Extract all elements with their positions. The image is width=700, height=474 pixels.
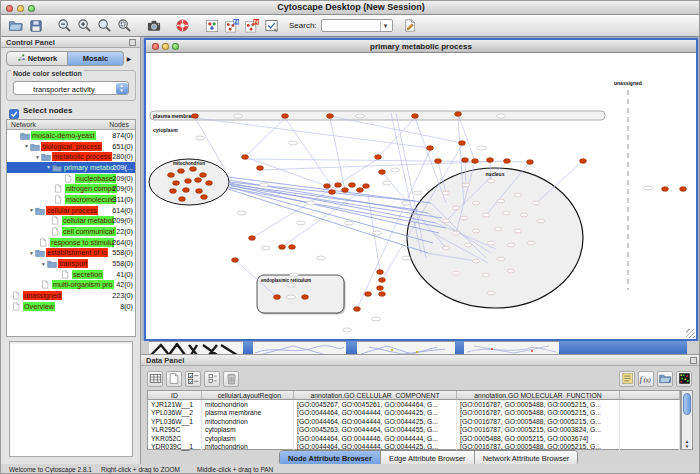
gene-node-small[interactable]	[402, 256, 411, 260]
tree-item-transport[interactable]: ▼transport558(0)	[7, 258, 135, 269]
gene-node[interactable]	[349, 183, 356, 188]
gene-node[interactable]	[527, 160, 534, 165]
zoom-selected-icon[interactable]	[96, 17, 113, 34]
background-window-border[interactable]	[346, 341, 357, 354]
resize-grip[interactable]	[686, 329, 695, 338]
gene-node[interactable]	[170, 189, 177, 194]
gene-node-small[interactable]	[497, 114, 506, 118]
tree-item-cellular-process[interactable]: ▼cellular process614(0)	[7, 205, 135, 216]
gene-node[interactable]	[379, 278, 386, 283]
column-header[interactable]: annotation.GO CELLULAR_COMPONENT	[294, 391, 457, 399]
gene-node[interactable]	[173, 181, 180, 186]
table-row[interactable]: YPL036W__1mitochondrion[GO:0044464, GO:0…	[148, 417, 680, 426]
new-attribute-icon[interactable]	[166, 371, 182, 387]
tree-item-nucleobase-[interactable]: nucleobase-209(0)	[7, 173, 135, 184]
attribute-table-header[interactable]: ID_cellularLayoutRegionannotation.GO CEL…	[148, 391, 680, 400]
formula-builder-icon[interactable]: f(x)	[638, 371, 654, 387]
tree-item-unassigned[interactable]: unassigned223(0)	[7, 290, 135, 301]
gene-node[interactable]	[289, 245, 296, 250]
app-titlebar[interactable]: Cytoscape Desktop (New Session)	[1, 1, 700, 15]
gene-node[interactable]	[274, 295, 281, 300]
network-modify-icon[interactable]	[223, 17, 240, 34]
gene-node-small[interactable]	[483, 273, 490, 277]
gene-node-small[interactable]	[373, 231, 382, 235]
gene-node[interactable]	[680, 187, 687, 192]
search-dropdown-arrow[interactable]: ▼	[380, 21, 391, 31]
network-canvas[interactable]: plasma membranecytoplasmmitochondrionnuc…	[146, 53, 696, 339]
select-attributes-icon[interactable]	[185, 371, 201, 387]
gene-node-small[interactable]	[414, 191, 423, 195]
tree-item-mosaic-demo-yeast[interactable]: mosaic-demo-yeast874(0)	[7, 130, 135, 141]
gene-node-small[interactable]	[538, 219, 545, 223]
vizmapper-icon[interactable]	[203, 17, 220, 34]
gene-node[interactable]	[379, 292, 386, 297]
gene-node-small[interactable]	[356, 114, 365, 118]
disclosure-arrow-icon[interactable]: ▼	[46, 164, 51, 170]
gene-node[interactable]	[201, 195, 208, 200]
gene-node[interactable]	[377, 270, 384, 275]
tree-item-biological-process[interactable]: ▼biological_process651(0)	[7, 141, 135, 152]
tree-item-cellular-metabol[interactable]: cellular metabol209(0)	[7, 216, 135, 227]
gene-node[interactable]	[662, 187, 669, 192]
delete-attribute-icon[interactable]	[223, 371, 239, 387]
column-header[interactable]: _cellularLayoutRegion	[202, 391, 294, 399]
network-edit-icon[interactable]	[243, 17, 260, 34]
disclosure-arrow-icon[interactable]: ▼	[35, 154, 40, 160]
column-header[interactable]: ID	[148, 391, 202, 399]
tree-item-overview[interactable]: Overview8(0)	[7, 301, 135, 312]
select-all-attributes-icon[interactable]	[147, 371, 163, 387]
gene-node-small[interactable]	[453, 271, 460, 275]
gene-node-small[interactable]	[443, 191, 450, 195]
column-header[interactable]: annotation.GO MOLECULAR_FUNCTION	[457, 391, 620, 399]
attribute-list-icon[interactable]	[619, 371, 635, 387]
tree-item-primary-metabo[interactable]: ▼primary metabo209(...	[7, 162, 135, 173]
network-graph[interactable]: plasma membranecytoplasmmitochondrionnuc…	[146, 53, 696, 339]
table-row[interactable]: YPL036W__2plasma membrane[GO:0044464, GO…	[148, 409, 680, 418]
gene-node[interactable]	[459, 141, 466, 146]
gene-node-small[interactable]	[238, 211, 247, 215]
network-tree-header[interactable]: Network Nodes	[7, 120, 135, 130]
gene-node[interactable]	[435, 159, 442, 164]
gene-node-small[interactable]	[508, 269, 515, 273]
gene-node[interactable]	[427, 146, 434, 151]
unselect-attributes-icon[interactable]	[204, 371, 220, 387]
gene-node[interactable]	[178, 169, 185, 174]
gene-node-small[interactable]	[391, 168, 400, 172]
edit-attributes-icon[interactable]	[402, 17, 419, 34]
gene-node[interactable]	[195, 178, 202, 183]
gene-node-small[interactable]	[234, 114, 243, 118]
tab-network-attribute-browser[interactable]: Network Attribute Browser	[475, 451, 578, 465]
gene-node-small[interactable]	[287, 283, 296, 287]
background-window-border[interactable]	[243, 341, 253, 354]
gene-node-small[interactable]	[287, 295, 296, 299]
gene-node-small[interactable]	[473, 229, 480, 233]
float-panel-icon[interactable]	[129, 39, 136, 46]
background-window-fragment[interactable]	[149, 341, 243, 354]
tab-mosaic[interactable]: Mosaic	[68, 51, 124, 66]
column-header[interactable]	[620, 391, 680, 399]
gene-node[interactable]	[206, 181, 213, 186]
table-scrollbar[interactable]: ▲▼	[681, 390, 693, 450]
gene-node-small[interactable]	[503, 211, 510, 215]
save-icon[interactable]	[27, 17, 44, 34]
gene-node-small[interactable]	[317, 256, 326, 260]
background-window-fragment[interactable]	[357, 341, 455, 354]
gene-node[interactable]	[375, 155, 382, 160]
gene-node-small[interactable]	[443, 219, 450, 223]
gene-node-small[interactable]	[260, 183, 269, 187]
tree-item-multi-organism-pro[interactable]: multi-organism pro42(0)	[7, 280, 135, 291]
gene-node[interactable]	[580, 159, 587, 164]
disclosure-arrow-icon[interactable]: ▼	[41, 261, 46, 267]
gene-node[interactable]	[342, 188, 349, 193]
gene-node-small[interactable]	[290, 273, 299, 277]
gene-node-small[interactable]	[345, 221, 354, 225]
gene-node-small[interactable]	[478, 146, 487, 150]
gene-node-small[interactable]	[488, 241, 495, 245]
gene-node-small[interactable]	[289, 141, 298, 145]
gene-node[interactable]	[462, 158, 469, 163]
gene-node-small[interactable]	[372, 317, 381, 321]
gene-node-small[interactable]	[465, 243, 472, 247]
gene-node-small[interactable]	[644, 186, 653, 190]
gene-node[interactable]	[185, 179, 192, 184]
gene-node[interactable]	[249, 236, 256, 241]
